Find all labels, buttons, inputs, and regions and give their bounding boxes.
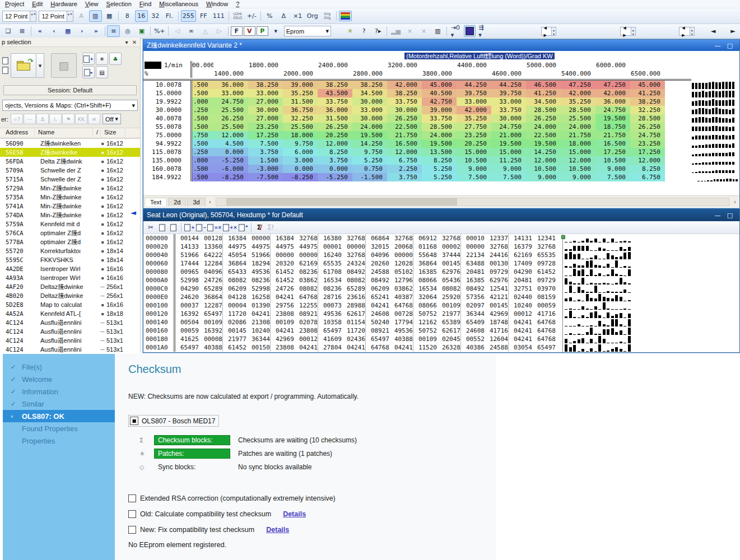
map-cell[interactable]: 23.250 bbox=[248, 123, 283, 131]
list-item[interactable]: 4A93AIsentroper Wirl▪16x16 bbox=[0, 273, 140, 282]
color-scheme-button[interactable] bbox=[464, 25, 476, 37]
list-item[interactable]: 5709ASchwelle der Z▪16x12 bbox=[0, 166, 140, 175]
menu-edit[interactable]: Edit bbox=[28, 1, 46, 8]
map-cell[interactable]: -8.250 bbox=[213, 173, 248, 181]
filter-equals-icon[interactable]: =? bbox=[11, 114, 23, 124]
map-cell[interactable]: 10.500 bbox=[595, 156, 630, 165]
map-cell[interactable]: 39.000 bbox=[422, 106, 457, 114]
map-cell[interactable]: -3.000 bbox=[248, 165, 283, 173]
tab-text[interactable]: Text bbox=[145, 198, 167, 206]
map-cell[interactable]: 10.500 bbox=[561, 165, 595, 173]
map-cell[interactable]: 31.500 bbox=[318, 114, 352, 123]
v-spinner[interactable]: ◂ ▸▴ ▾ bbox=[679, 27, 694, 36]
map-cell[interactable]: 18.000 bbox=[283, 131, 318, 139]
map-cell[interactable]: 17.250 bbox=[595, 148, 630, 156]
map-cell[interactable]: 10.500 bbox=[526, 165, 561, 173]
map-cell[interactable]: 27.000 bbox=[248, 114, 283, 123]
list-item[interactable]: 576CAoptimaler Z黱d▪16x12 bbox=[0, 228, 140, 237]
map-cell[interactable]: 45.000 bbox=[422, 81, 457, 89]
menu-help[interactable]: ? bbox=[232, 1, 243, 8]
minimize-icon[interactable]: — bbox=[711, 212, 724, 219]
list-item[interactable]: 56D90Z黱dwinkelken▪16x12 bbox=[0, 139, 140, 148]
list-item[interactable]: 5715ASchwelle der Z▪16x12 bbox=[0, 175, 140, 184]
list-item[interactable]: 5778Aoptimaler Z黱d▪16x12 bbox=[0, 237, 140, 246]
menu-window[interactable]: Window bbox=[202, 1, 232, 8]
map-cell[interactable]: .500 bbox=[192, 165, 213, 173]
session-bar[interactable]: Session: Default bbox=[3, 85, 137, 95]
map-cell[interactable]: 27.750 bbox=[457, 123, 491, 131]
map-window-titlebar[interactable]: Z黱dwinkelkennfeld Variante 2 * — □ bbox=[143, 40, 739, 51]
container-button[interactable]: ▣ bbox=[135, 25, 148, 37]
list-item[interactable]: 55720Korrekturfaktoı▪18x14 bbox=[0, 246, 140, 255]
map-cell[interactable]: 28.500 bbox=[526, 106, 561, 114]
map-cell[interactable]: 36.000 bbox=[213, 81, 248, 89]
menu-project[interactable]: Project bbox=[1, 1, 28, 8]
map-cell[interactable]: 15.000 bbox=[457, 148, 491, 156]
map-cell[interactable]: 3.750 bbox=[318, 156, 352, 165]
filter-off-button[interactable]: Off▼ bbox=[103, 114, 121, 124]
scroll-left-icon[interactable]: ‹ bbox=[206, 199, 215, 205]
map-cell[interactable]: 7.500 bbox=[595, 173, 630, 181]
list-item[interactable]: 4A2DEIsentroper Wirl▪16x16 bbox=[0, 264, 140, 273]
map-cell[interactable]: 33.750 bbox=[422, 114, 457, 123]
list-item[interactable]: 4C124Ausflu遢ennlini—513x1 bbox=[0, 345, 140, 354]
map-cell[interactable]: 24.750 bbox=[630, 131, 665, 139]
map-cell[interactable]: 15.000 bbox=[561, 148, 595, 156]
map-cell[interactable]: 30.000 bbox=[387, 106, 422, 114]
width-16-button[interactable]: 16 bbox=[135, 10, 148, 22]
map-cell[interactable]: .250 bbox=[192, 106, 213, 114]
map-list-header[interactable]: AddressName/Size bbox=[0, 128, 140, 138]
map-cell[interactable]: .500 bbox=[192, 173, 213, 181]
map-cell[interactable]: 27.000 bbox=[248, 97, 283, 106]
map-cell[interactable]: 21.750 bbox=[595, 131, 630, 139]
filter-bytes-icon[interactable]: ⋯ bbox=[24, 114, 36, 124]
map-cell[interactable]: 24.000 bbox=[352, 123, 387, 131]
map-cell[interactable]: 26.250 bbox=[526, 114, 561, 123]
map-cell[interactable]: 34.500 bbox=[352, 89, 387, 97]
open-project-button[interactable]: ↷ bbox=[11, 53, 36, 78]
map-cell[interactable]: 12.000 bbox=[526, 156, 561, 165]
spinner-arrows-icon[interactable]: ▴ ▾ bbox=[551, 27, 556, 35]
column-header-sort[interactable]: / bbox=[93, 129, 101, 137]
map-cell[interactable]: 44.250 bbox=[457, 81, 491, 89]
map-cell[interactable]: 25.500 bbox=[283, 123, 318, 131]
map-wizard-button[interactable]: ✳ bbox=[96, 53, 108, 65]
status-chip-button[interactable]: Patches: bbox=[154, 449, 230, 459]
map-cell[interactable]: 18.750 bbox=[595, 123, 630, 131]
first-version-button[interactable]: « bbox=[34, 25, 46, 37]
original-compare-button[interactable]: Org Org bbox=[321, 10, 334, 22]
clip-icon[interactable] bbox=[2, 57, 8, 64]
map-cell[interactable]: 5.250 bbox=[422, 165, 457, 173]
ols-group-toggle[interactable]: ■ OLS807 - Bosch MED17 bbox=[128, 415, 219, 427]
map-cell[interactable]: 33.000 bbox=[352, 106, 387, 114]
list-item[interactable]: 4B020Deltaz黱dwinke—256x1 bbox=[0, 291, 140, 300]
new-map-minus-icon[interactable]: − bbox=[196, 222, 207, 232]
map-cell[interactable]: 41.250 bbox=[526, 89, 561, 97]
list-item[interactable]: 56FDADelta Z黱dwink▪16x12 bbox=[0, 157, 140, 166]
block-view-icon[interactable]: ▦ bbox=[103, 10, 116, 22]
map-cell[interactable]: 30.000 bbox=[491, 114, 526, 123]
clear-all-button[interactable]: × bbox=[417, 25, 430, 37]
map-cell[interactable]: 7.500 bbox=[491, 173, 526, 181]
wizard-step-welcome[interactable]: ✓Welcome bbox=[3, 373, 115, 385]
map-cell[interactable]: 19.500 bbox=[526, 139, 561, 148]
column-header-address[interactable]: Address bbox=[0, 129, 35, 137]
panel-menu-icon[interactable]: ▾ bbox=[123, 39, 131, 45]
hex-row[interactable]: 0000800096504096654334953661452082366170… bbox=[143, 268, 739, 276]
up-button[interactable]: △ bbox=[199, 25, 212, 37]
map-cell[interactable]: 47.250 bbox=[561, 81, 595, 89]
map-cell[interactable]: 23.250 bbox=[457, 131, 491, 139]
list-item[interactable]: 4AF20Deltaz黱dwinke—256x1 bbox=[0, 282, 140, 291]
map-cell[interactable]: .750 bbox=[192, 131, 213, 139]
map-cell[interactable]: 19.500 bbox=[422, 139, 457, 148]
hexdump-view[interactable]: 0000000014400128163840000016384327681638… bbox=[143, 234, 739, 352]
filter-list-icon[interactable]: ≡ bbox=[88, 114, 100, 124]
map-cell[interactable]: -1.500 bbox=[352, 173, 387, 181]
map-cell[interactable]: 38.250 bbox=[318, 81, 352, 89]
map-cell[interactable]: 31.500 bbox=[283, 97, 318, 106]
map-cell[interactable]: 28.500 bbox=[422, 123, 457, 131]
cut-icon[interactable]: ✂ bbox=[146, 222, 156, 232]
map-cell[interactable]: 38.250 bbox=[387, 89, 422, 97]
list-item[interactable]: 4C124Ausflu遢ennlini—513x1 bbox=[0, 336, 140, 345]
map-cell[interactable]: 5.250 bbox=[422, 173, 457, 181]
